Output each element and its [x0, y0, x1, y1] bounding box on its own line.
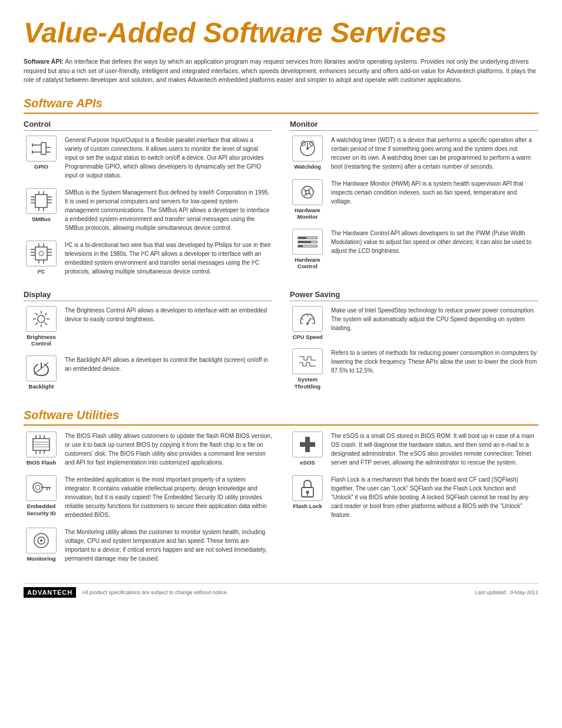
- flashlock-label: Flash Lock: [293, 503, 322, 509]
- flashlock-icon: [292, 475, 323, 501]
- svg-rect-42: [298, 241, 311, 243]
- hwmonitor-icon: [292, 179, 323, 205]
- advantech-logo: ADVANTECH: [24, 587, 76, 598]
- power-column: Power Saving: [290, 290, 538, 398]
- svg-line-50: [45, 322, 47, 325]
- throttling-label: SystemThrottling: [295, 376, 320, 390]
- brightness-text: The Brightness Control API allows a deve…: [65, 306, 272, 324]
- brightness-label: BrightnessControl: [27, 334, 56, 347]
- i2c-icon-container: I²C: [24, 241, 59, 275]
- esos-icon-container: eSOS: [290, 431, 325, 466]
- flashlock-icon-container: Flash Lock: [290, 475, 325, 509]
- hwmonitor-label: HardwareMonitor: [295, 207, 320, 220]
- svg-rect-2: [41, 143, 46, 154]
- securityid-icon-container: EmbeddedSecurity ID: [24, 475, 59, 516]
- gpio-text: General Purpose Input/Output is a flexib…: [65, 136, 272, 180]
- biosflash-icon: [26, 431, 57, 457]
- list-item: GPIO General Purpose Input/Output is a f…: [24, 136, 272, 180]
- page-title: Value-Added Software Services: [24, 18, 538, 49]
- software-utilities-section: Software Utilities: [24, 409, 538, 571]
- svg-point-44: [38, 315, 45, 322]
- brightness-icon: [26, 306, 57, 332]
- gpio-icon-container: GPIO: [24, 136, 59, 170]
- i2c-label: I²C: [38, 268, 45, 275]
- col-monitor-header: Monitor: [290, 120, 538, 131]
- svg-rect-43: [298, 245, 303, 247]
- footer-date: Last updated : 9-May-2011: [475, 589, 538, 595]
- list-item: SMBus SMBus is the System Management Bus…: [24, 188, 272, 232]
- cpuspeed-icon-container: CPU Speed: [290, 306, 325, 340]
- throttling-icon: [292, 348, 323, 374]
- list-item: HardwareControl The Hardware Control API…: [290, 229, 538, 270]
- svg-point-29: [39, 251, 44, 256]
- monitor-column: Monitor: [290, 120, 538, 284]
- backlight-icon-container: Backlight: [24, 355, 59, 390]
- intro-label: Software API:: [24, 58, 64, 65]
- hwcontrol-text: The Hardware Control API allows develope…: [331, 229, 538, 255]
- i2c-icon: [26, 241, 57, 266]
- list-item: EmbeddedSecurity ID The embedded applica…: [24, 475, 272, 519]
- display-column: Display: [24, 290, 272, 398]
- esos-text: The eSOS is a small OS stored in BIOS RO…: [331, 431, 538, 467]
- watchdog-text: A watchdog timer (WDT) is a device that …: [331, 136, 538, 171]
- svg-line-51: [45, 313, 47, 315]
- smbus-text: SMBus is the System Management Bus defin…: [65, 188, 272, 232]
- page-footer: ADVANTECH All product specifications are…: [24, 583, 538, 598]
- hwcontrol-label: HardwareControl: [295, 256, 320, 270]
- hwcontrol-icon: [292, 229, 323, 255]
- gpio-icon: [26, 136, 57, 162]
- section-utilities-title: Software Utilities: [24, 409, 538, 426]
- brightness-icon-container: BrightnessControl: [24, 306, 59, 347]
- svg-line-33: [308, 146, 312, 149]
- smbus-label: SMBus: [32, 216, 51, 222]
- list-item: eSOS The eSOS is a small OS stored in BI…: [290, 431, 538, 467]
- backlight-icon: [26, 355, 57, 381]
- svg-point-92: [40, 539, 42, 542]
- svg-rect-41: [298, 237, 306, 239]
- svg-point-60: [306, 322, 309, 325]
- biosflash-text: The BIOS Flash utility allows customers …: [65, 431, 272, 467]
- svg-rect-94: [300, 442, 315, 447]
- col-power-header: Power Saving: [290, 290, 538, 301]
- monitoring-label: Monitoring: [27, 555, 55, 562]
- list-item: Watchdog A watchdog timer (WDT) is a dev…: [290, 136, 538, 171]
- flashlock-text: Flash Lock is a mechanism that binds the…: [331, 475, 538, 519]
- intro-text: An interface that defines the ways by wh…: [24, 58, 536, 84]
- securityid-label: EmbeddedSecurity ID: [27, 503, 56, 516]
- securityid-text: The embedded application is the most imp…: [65, 475, 272, 519]
- throttling-text: Refers to a series of methods for reduci…: [331, 348, 538, 375]
- list-item: Backlight The Backlight API allows a dev…: [24, 355, 272, 390]
- esos-icon: [292, 431, 323, 457]
- list-item: BIOS Flash The BIOS Flash utility allows…: [24, 431, 272, 467]
- throttling-icon-container: SystemThrottling: [290, 348, 325, 390]
- svg-point-86: [35, 485, 40, 490]
- cpuspeed-icon: [292, 306, 323, 332]
- monitoring-icon-container: Monitoring: [24, 528, 59, 562]
- hwcontrol-icon-container: HardwareControl: [290, 229, 325, 270]
- col-control-header: Control: [24, 120, 272, 131]
- utilities-right-column: eSOS The eSOS is a small OS stored in BI…: [290, 431, 538, 571]
- svg-line-56: [302, 318, 303, 319]
- section-apis-title: Software APIs: [24, 97, 538, 114]
- hwmonitor-text: The Hardware Monitor (HWM) API is a syst…: [331, 179, 538, 206]
- hwmonitor-icon-container: HardwareMonitor: [290, 179, 325, 220]
- securityid-icon: [26, 475, 57, 501]
- svg-point-36: [302, 186, 313, 198]
- list-item: I²C I²C is a bi-directional two wire bus…: [24, 241, 272, 276]
- col-display-header: Display: [24, 290, 272, 301]
- svg-point-85: [33, 483, 42, 492]
- monitoring-text: The Monitoring utility allows the custom…: [65, 528, 272, 563]
- footer-notice: All product specifications are subject t…: [82, 589, 475, 595]
- svg-point-96: [306, 491, 309, 494]
- gpio-label: GPIO: [34, 163, 48, 170]
- list-item: BrightnessControl The Brightness Control…: [24, 306, 272, 347]
- svg-line-52: [35, 322, 38, 325]
- cpuspeed-label: CPU Speed: [292, 334, 322, 340]
- i2c-text: I²C is a bi-directional two wire bus tha…: [65, 241, 272, 276]
- biosflash-label: BIOS Flash: [27, 459, 57, 466]
- list-item: HardwareMonitor The Hardware Monitor (HW…: [290, 179, 538, 220]
- monitoring-icon: [26, 528, 57, 554]
- list-item: SystemThrottling Refers to a series of m…: [290, 348, 538, 390]
- watchdog-label: Watchdog: [294, 163, 321, 170]
- logo-text: ADVANTECH: [24, 587, 76, 598]
